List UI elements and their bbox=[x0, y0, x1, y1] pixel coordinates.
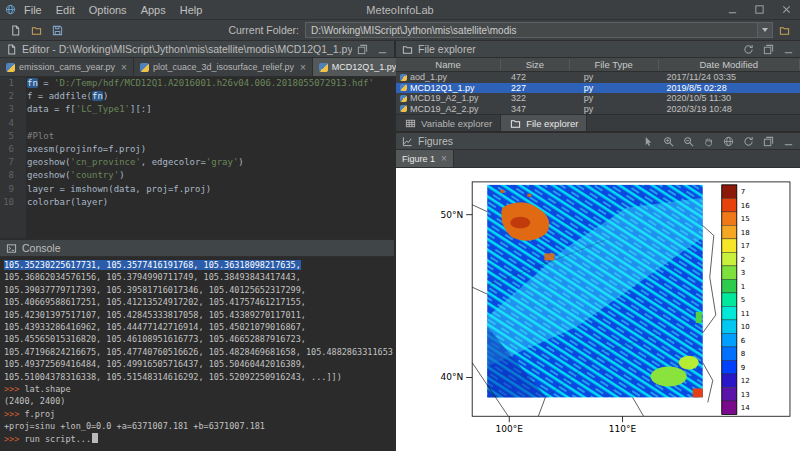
tab-variable-explorer[interactable]: Variable explorer bbox=[396, 115, 501, 131]
close-tab-icon[interactable]: × bbox=[439, 153, 447, 164]
file-row[interactable]: MCD19_A2_2.py347py2020/3/19 10:48 bbox=[396, 104, 800, 115]
figure-tabbar: Figure 1× bbox=[396, 150, 800, 168]
full-extent-icon bbox=[722, 135, 735, 148]
refresh-button[interactable] bbox=[742, 43, 755, 56]
svg-text:1: 1 bbox=[741, 283, 745, 291]
console-panel-header: Console bbox=[0, 240, 394, 257]
minimize-icon bbox=[726, 3, 739, 16]
minimize-button[interactable] bbox=[719, 0, 746, 20]
svg-text:11: 11 bbox=[741, 310, 750, 318]
editor-panel-header: Editor - D:\Working\MIScript\Jython\mis\… bbox=[0, 41, 394, 58]
svg-text:50°N: 50°N bbox=[440, 210, 463, 220]
menu-options[interactable]: Options bbox=[82, 4, 134, 16]
refresh-button[interactable] bbox=[742, 135, 755, 148]
console-line: >>> lat.shape bbox=[4, 383, 394, 395]
browse-folder-icon bbox=[778, 24, 791, 37]
open-folder-button[interactable] bbox=[26, 21, 47, 39]
console-panel-title: Console bbox=[22, 242, 61, 254]
column-name[interactable]: Name bbox=[396, 59, 501, 70]
python-file-icon bbox=[140, 63, 149, 72]
file-row[interactable]: MCD19_A2_1.py322py2020/10/5 11:30 bbox=[396, 93, 800, 104]
column-file-type[interactable]: File Type bbox=[570, 59, 659, 70]
float-button[interactable] bbox=[356, 43, 369, 56]
editor-tab[interactable]: emission_cams_year.py× bbox=[0, 58, 134, 76]
file-explorer-title: File explorer bbox=[418, 43, 476, 55]
minimize-button[interactable] bbox=[782, 43, 795, 56]
pan-button[interactable] bbox=[702, 135, 715, 148]
zoom-in-button[interactable] bbox=[662, 135, 675, 148]
python-file-icon bbox=[319, 63, 328, 72]
folder-icon bbox=[401, 43, 414, 56]
right-column: File explorer Name Size File Type Date M… bbox=[396, 41, 800, 451]
select-icon bbox=[642, 135, 655, 148]
file-row[interactable]: aod_1.py472py2017/11/24 03:35 bbox=[396, 72, 800, 83]
folder-icon bbox=[509, 117, 522, 130]
code-line: 10colorbar(layer) bbox=[0, 196, 394, 209]
menu-edit[interactable]: Edit bbox=[49, 4, 82, 16]
file-explorer-panel: File explorer Name Size File Type Date M… bbox=[396, 41, 800, 133]
figures-chart-icon bbox=[401, 135, 414, 148]
pan-icon bbox=[702, 135, 715, 148]
console-line: 105.36862034576156, 105.3794990711749, 1… bbox=[4, 271, 394, 283]
window-controls bbox=[719, 0, 800, 20]
editor-panel: Editor - D:\Working\MIScript\Jython\mis\… bbox=[0, 41, 394, 240]
console-line: 105.45565015316820, 105.46108951616773, … bbox=[4, 333, 394, 345]
open-folder-icon bbox=[30, 24, 43, 37]
menu-file[interactable]: File bbox=[17, 4, 49, 16]
close-tab-icon[interactable]: × bbox=[298, 62, 306, 73]
current-folder-combobox[interactable]: D:\Working\MIScript\Jython\mis\satellite… bbox=[305, 22, 773, 38]
editor-tab[interactable]: plot_cuace_3d_isosurface_relief.py× bbox=[134, 58, 313, 76]
column-size[interactable]: Size bbox=[501, 59, 570, 70]
chevron-down-icon bbox=[762, 28, 768, 32]
console-line: 105.42301397517107, 105.42845333817058, … bbox=[4, 309, 394, 321]
tab-file-explorer[interactable]: File explorer bbox=[501, 115, 587, 131]
toolbar-buttons bbox=[5, 21, 68, 39]
svg-text:13: 13 bbox=[741, 391, 750, 399]
combo-dropdown-button[interactable] bbox=[757, 23, 772, 37]
minimize-icon bbox=[782, 135, 795, 148]
minimize-button[interactable] bbox=[782, 135, 795, 148]
close-tab-icon[interactable]: × bbox=[119, 62, 127, 73]
code-line: 5#Plot bbox=[0, 130, 394, 143]
browse-folder-button[interactable] bbox=[773, 21, 795, 39]
float-button[interactable] bbox=[762, 43, 775, 56]
python-file-icon bbox=[400, 84, 407, 91]
close-button[interactable] bbox=[773, 0, 800, 20]
new-file-button[interactable] bbox=[5, 21, 26, 39]
menu-apps[interactable]: Apps bbox=[134, 4, 173, 16]
save-button[interactable] bbox=[47, 21, 68, 39]
code-line: 1fn = 'D:/Temp/hdf/MCD12Q1.A2016001.h26v… bbox=[0, 77, 394, 90]
svg-text:3: 3 bbox=[741, 269, 745, 277]
svg-text:5: 5 bbox=[741, 296, 745, 304]
python-file-icon bbox=[400, 95, 407, 102]
column-date-modified[interactable]: Date Modified bbox=[659, 59, 800, 70]
svg-text:110°E: 110°E bbox=[609, 424, 637, 434]
globe-icon bbox=[4, 3, 17, 16]
console-line: 105.35230225617731, 105.3577416191768, 1… bbox=[4, 259, 394, 271]
map-figure[interactable]: 50°N40°N100°E110°E 716151817231511106891… bbox=[396, 168, 800, 451]
minimize-button[interactable] bbox=[376, 43, 389, 56]
figure-canvas[interactable]: 50°N40°N100°E110°E 716151817231511106891… bbox=[396, 168, 800, 451]
console-caret bbox=[92, 433, 98, 443]
console-line: 105.49372569416484, 105.49916505716437, … bbox=[4, 358, 394, 370]
figure-tab[interactable]: Figure 1× bbox=[396, 150, 454, 167]
console-output[interactable]: 105.35230225617731, 105.3577416191768, 1… bbox=[0, 257, 394, 451]
file-table-header[interactable]: Name Size File Type Date Modified bbox=[396, 58, 800, 72]
select-button[interactable] bbox=[642, 135, 655, 148]
menu-help[interactable]: Help bbox=[173, 4, 210, 16]
maximize-icon bbox=[753, 3, 766, 16]
code-line: 8geoshow('country') bbox=[0, 169, 394, 182]
file-row[interactable]: MCD12Q1_1.py227py2019/8/5 02:28 bbox=[396, 83, 800, 94]
full-extent-button[interactable] bbox=[722, 135, 735, 148]
file-explorer-header: File explorer bbox=[396, 41, 800, 58]
code-editor[interactable]: 1fn = 'D:/Temp/hdf/MCD12Q1.A2016001.h26v… bbox=[0, 77, 394, 238]
float-button[interactable] bbox=[762, 135, 775, 148]
svg-text:8: 8 bbox=[741, 350, 745, 358]
svg-text:10: 10 bbox=[741, 323, 750, 331]
zoom-out-button[interactable] bbox=[682, 135, 695, 148]
minimize-icon bbox=[376, 43, 389, 56]
svg-text:12: 12 bbox=[741, 377, 750, 385]
console-panel: Console 105.35230225617731, 105.35774161… bbox=[0, 240, 394, 451]
left-column: Editor - D:\Working\MIScript\Jython\mis\… bbox=[0, 41, 396, 451]
maximize-button[interactable] bbox=[746, 0, 773, 20]
